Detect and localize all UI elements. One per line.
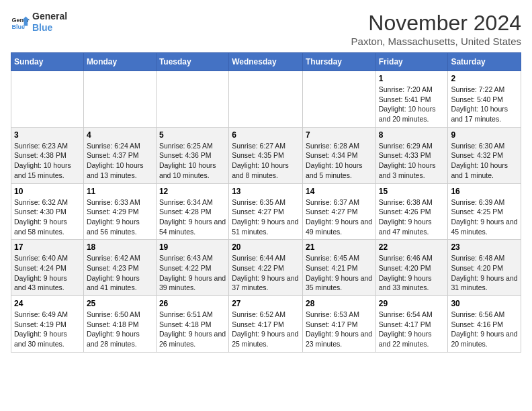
day-number: 28 <box>306 299 373 308</box>
day-info: Sunrise: 6:32 AM Sunset: 4:30 PM Dayligh… <box>14 197 81 237</box>
day-info: Sunrise: 6:38 AM Sunset: 4:26 PM Dayligh… <box>379 197 445 237</box>
day-number: 22 <box>379 242 445 252</box>
day-info: Sunrise: 6:45 AM Sunset: 4:21 PM Dayligh… <box>306 253 373 293</box>
calendar-cell <box>156 71 228 128</box>
day-info: Sunrise: 6:37 AM Sunset: 4:27 PM Dayligh… <box>306 197 373 237</box>
day-info: Sunrise: 6:30 AM Sunset: 4:32 PM Dayligh… <box>451 141 518 181</box>
day-info: Sunrise: 7:20 AM Sunset: 5:41 PM Dayligh… <box>379 85 445 124</box>
day-info: Sunrise: 6:53 AM Sunset: 4:17 PM Dayligh… <box>306 310 373 349</box>
day-info: Sunrise: 6:28 AM Sunset: 4:34 PM Dayligh… <box>306 141 373 181</box>
day-number: 13 <box>232 187 300 196</box>
day-number: 16 <box>451 187 518 196</box>
day-header-saturday: Saturday <box>448 53 521 71</box>
day-info: Sunrise: 6:34 AM Sunset: 4:28 PM Dayligh… <box>159 197 226 237</box>
calendar-cell: 2Sunrise: 7:22 AM Sunset: 5:40 PM Daylig… <box>448 71 521 128</box>
calendar-cell: 18Sunrise: 6:42 AM Sunset: 4:23 PM Dayli… <box>83 240 156 296</box>
day-info: Sunrise: 6:39 AM Sunset: 4:25 PM Dayligh… <box>451 197 518 237</box>
calendar-week-row: 1Sunrise: 7:20 AM Sunset: 5:41 PM Daylig… <box>11 71 521 128</box>
calendar-cell <box>11 71 84 128</box>
location: Paxton, Massachusetts, United States <box>351 36 521 47</box>
day-number: 9 <box>451 130 518 140</box>
calendar-cell: 28Sunrise: 6:53 AM Sunset: 4:17 PM Dayli… <box>302 296 375 353</box>
calendar-cell: 4Sunrise: 6:24 AM Sunset: 4:37 PM Daylig… <box>83 127 156 183</box>
day-info: Sunrise: 6:50 AM Sunset: 4:18 PM Dayligh… <box>87 310 153 349</box>
title-area: November 2024 Paxton, Massachusetts, Uni… <box>351 11 521 47</box>
day-number: 11 <box>87 187 153 196</box>
logo-icon: General Blue <box>11 13 30 32</box>
calendar-cell: 23Sunrise: 6:48 AM Sunset: 4:20 PM Dayli… <box>448 240 521 296</box>
calendar-cell: 22Sunrise: 6:46 AM Sunset: 4:20 PM Dayli… <box>375 240 448 296</box>
calendar-cell <box>229 71 303 128</box>
day-number: 14 <box>306 187 373 196</box>
calendar-cell: 10Sunrise: 6:32 AM Sunset: 4:30 PM Dayli… <box>11 183 84 240</box>
day-number: 27 <box>232 299 300 308</box>
day-info: Sunrise: 6:23 AM Sunset: 4:38 PM Dayligh… <box>14 141 81 181</box>
day-number: 24 <box>14 299 81 308</box>
day-info: Sunrise: 6:54 AM Sunset: 4:17 PM Dayligh… <box>379 310 445 349</box>
day-number: 23 <box>451 242 518 252</box>
day-info: Sunrise: 6:43 AM Sunset: 4:22 PM Dayligh… <box>159 253 226 293</box>
day-info: Sunrise: 6:49 AM Sunset: 4:19 PM Dayligh… <box>14 310 81 349</box>
calendar-cell: 16Sunrise: 6:39 AM Sunset: 4:25 PM Dayli… <box>448 183 521 240</box>
day-info: Sunrise: 6:33 AM Sunset: 4:29 PM Dayligh… <box>87 197 153 237</box>
calendar-cell: 26Sunrise: 6:51 AM Sunset: 4:18 PM Dayli… <box>156 296 228 353</box>
calendar-cell: 8Sunrise: 6:29 AM Sunset: 4:33 PM Daylig… <box>375 127 448 183</box>
calendar-cell: 9Sunrise: 6:30 AM Sunset: 4:32 PM Daylig… <box>448 127 521 183</box>
calendar-week-row: 17Sunrise: 6:40 AM Sunset: 4:24 PM Dayli… <box>11 240 521 296</box>
day-number: 20 <box>232 242 300 252</box>
day-number: 26 <box>159 299 226 308</box>
calendar-cell: 17Sunrise: 6:40 AM Sunset: 4:24 PM Dayli… <box>11 240 84 296</box>
day-number: 19 <box>159 242 226 252</box>
calendar-header-row: SundayMondayTuesdayWednesdayThursdayFrid… <box>11 53 521 71</box>
calendar-week-row: 10Sunrise: 6:32 AM Sunset: 4:30 PM Dayli… <box>11 183 521 240</box>
day-header-monday: Monday <box>83 53 156 71</box>
day-info: Sunrise: 6:42 AM Sunset: 4:23 PM Dayligh… <box>87 253 153 293</box>
calendar-cell: 21Sunrise: 6:45 AM Sunset: 4:21 PM Dayli… <box>302 240 375 296</box>
logo-line1: General <box>32 11 67 22</box>
calendar-cell: 29Sunrise: 6:54 AM Sunset: 4:17 PM Dayli… <box>375 296 448 353</box>
day-number: 10 <box>14 187 81 196</box>
day-number: 29 <box>379 299 445 308</box>
day-info: Sunrise: 6:35 AM Sunset: 4:27 PM Dayligh… <box>232 197 300 237</box>
day-number: 15 <box>379 187 445 196</box>
day-info: Sunrise: 6:44 AM Sunset: 4:22 PM Dayligh… <box>232 253 300 293</box>
day-header-thursday: Thursday <box>302 53 375 71</box>
calendar-cell: 12Sunrise: 6:34 AM Sunset: 4:28 PM Dayli… <box>156 183 228 240</box>
calendar-cell: 24Sunrise: 6:49 AM Sunset: 4:19 PM Dayli… <box>11 296 84 353</box>
day-number: 5 <box>159 130 226 140</box>
day-number: 4 <box>87 130 153 140</box>
day-info: Sunrise: 6:48 AM Sunset: 4:20 PM Dayligh… <box>451 253 518 293</box>
calendar-cell: 6Sunrise: 6:27 AM Sunset: 4:35 PM Daylig… <box>229 127 303 183</box>
calendar-cell <box>83 71 156 128</box>
day-header-wednesday: Wednesday <box>229 53 303 71</box>
day-header-tuesday: Tuesday <box>156 53 228 71</box>
day-header-friday: Friday <box>375 53 448 71</box>
day-number: 6 <box>232 130 300 140</box>
calendar-cell: 13Sunrise: 6:35 AM Sunset: 4:27 PM Dayli… <box>229 183 303 240</box>
day-number: 3 <box>14 130 81 140</box>
calendar-cell: 7Sunrise: 6:28 AM Sunset: 4:34 PM Daylig… <box>302 127 375 183</box>
day-header-sunday: Sunday <box>11 53 84 71</box>
day-info: Sunrise: 6:56 AM Sunset: 4:16 PM Dayligh… <box>451 310 518 349</box>
day-number: 12 <box>159 187 226 196</box>
day-number: 8 <box>379 130 445 140</box>
calendar-cell <box>302 71 375 128</box>
day-number: 21 <box>306 242 373 252</box>
calendar-cell: 20Sunrise: 6:44 AM Sunset: 4:22 PM Dayli… <box>229 240 303 296</box>
calendar-week-row: 24Sunrise: 6:49 AM Sunset: 4:19 PM Dayli… <box>11 296 521 353</box>
calendar-cell: 30Sunrise: 6:56 AM Sunset: 4:16 PM Dayli… <box>448 296 521 353</box>
day-info: Sunrise: 6:29 AM Sunset: 4:33 PM Dayligh… <box>379 141 445 181</box>
day-info: Sunrise: 6:46 AM Sunset: 4:20 PM Dayligh… <box>379 253 445 293</box>
day-info: Sunrise: 7:22 AM Sunset: 5:40 PM Dayligh… <box>451 85 518 124</box>
calendar-cell: 3Sunrise: 6:23 AM Sunset: 4:38 PM Daylig… <box>11 127 84 183</box>
month-title: November 2024 <box>351 11 521 36</box>
calendar-week-row: 3Sunrise: 6:23 AM Sunset: 4:38 PM Daylig… <box>11 127 521 183</box>
day-number: 30 <box>451 299 518 308</box>
logo: General Blue General Blue <box>11 11 67 34</box>
day-info: Sunrise: 6:27 AM Sunset: 4:35 PM Dayligh… <box>232 141 300 181</box>
day-number: 1 <box>379 74 445 83</box>
calendar-cell: 19Sunrise: 6:43 AM Sunset: 4:22 PM Dayli… <box>156 240 228 296</box>
day-number: 25 <box>87 299 153 308</box>
calendar-cell: 15Sunrise: 6:38 AM Sunset: 4:26 PM Dayli… <box>375 183 448 240</box>
day-number: 2 <box>451 74 518 83</box>
